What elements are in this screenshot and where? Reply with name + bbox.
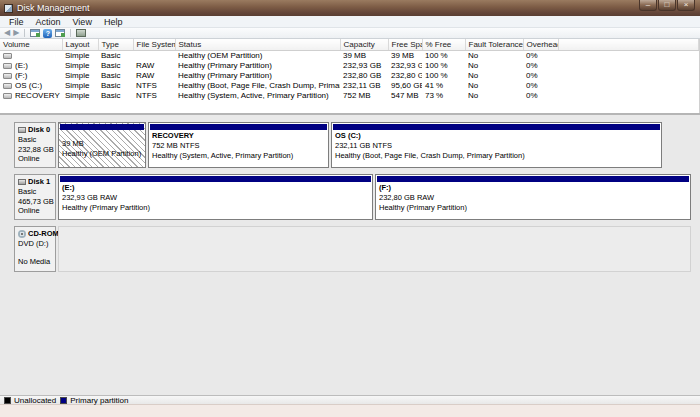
column-header-layout[interactable]: Layout [62, 39, 98, 51]
partition-size: 39 MB [62, 139, 145, 149]
toolbar: ◀ ▶ ? [0, 28, 700, 39]
partition-size: 232,11 GB NTFS [335, 141, 661, 151]
cdrom-media: DVD (D:) [18, 239, 55, 249]
cell-status: Healthy (OEM Partition) [175, 51, 340, 61]
partition-title: OS (C:) [335, 131, 661, 141]
graphical-view: Disk 0 Basic 232,88 GB Online 39 MB Heal… [0, 113, 700, 395]
cell-free-space: 547 MB [388, 91, 422, 101]
cell-file-system: RAW [133, 61, 175, 71]
unallocated-swatch-icon [4, 397, 11, 404]
toolbar-separator [24, 29, 25, 37]
cell-file-system: NTFS [133, 81, 175, 91]
menubar: File Action View Help [0, 16, 700, 28]
partition-title: (F:) [379, 183, 690, 193]
partition-status: Healthy (System, Active, Primary Partiti… [152, 151, 328, 161]
disk-1-header[interactable]: Disk 1 Basic 465,73 GB Online [14, 174, 56, 220]
disk-kind: Basic [18, 187, 55, 197]
computer-icon[interactable] [76, 29, 86, 37]
window-pane-icon[interactable] [55, 29, 65, 37]
table-row-e[interactable]: (E:) Simple Basic RAW Healthy (Primary P… [0, 61, 699, 71]
cell-pct-free: 73 % [422, 91, 465, 101]
column-header-status[interactable]: Status [175, 39, 340, 51]
partition-block-e[interactable]: (E:) 232,93 GB RAW Healthy (Primary Part… [58, 174, 373, 220]
table-row-recovery[interactable]: RECOVERY Simple Basic NTFS Healthy (Syst… [0, 91, 699, 101]
cell-pct-free: 100 % [422, 61, 465, 71]
cell-capacity: 232,80 GB [340, 71, 388, 81]
cell-overhead: 0% [523, 91, 558, 101]
column-header-fault-tolerance[interactable]: Fault Tolerance [465, 39, 523, 51]
desktop: Disk Management – □ × File Action View H… [0, 0, 700, 417]
partition-block-recovery[interactable]: RECOVERY 752 MB NTFS Healthy (System, Ac… [148, 122, 329, 168]
partition-block-os-c[interactable]: OS (C:) 232,11 GB NTFS Healthy (Boot, Pa… [331, 122, 662, 168]
menu-action[interactable]: Action [30, 16, 67, 28]
menu-view[interactable]: View [67, 16, 98, 28]
desktop-strip [0, 404, 700, 417]
partition-status: Healthy (Primary Partition) [379, 203, 690, 213]
cdrom-track[interactable] [58, 226, 691, 272]
volume-list-panel: Volume Layout Type File System Status Ca… [0, 39, 700, 113]
cdrom-icon [18, 230, 26, 238]
primary-partition-swatch-icon [60, 397, 67, 404]
cdrom-0-header[interactable]: CD-ROM 0 DVD (D:) No Media [14, 226, 56, 272]
cell-layout: Simple [62, 91, 98, 101]
partition-block-oem[interactable]: 39 MB Healthy (OEM Partition) [58, 122, 146, 168]
cell-type: Basic [98, 81, 133, 91]
restore-button[interactable]: □ [658, 0, 676, 11]
cell-type: Basic [98, 71, 133, 81]
partition-status: Healthy (Primary Partition) [62, 203, 372, 213]
column-header-overhead[interactable]: Overhead [523, 39, 558, 51]
forward-arrow-icon[interactable]: ▶ [13, 28, 19, 38]
disk-kind: Basic [18, 135, 55, 145]
partition-size: 752 MB NTFS [152, 141, 328, 151]
disk-0-header[interactable]: Disk 0 Basic 232,88 GB Online [14, 122, 56, 168]
cell-volume: (F:) [15, 71, 27, 80]
disk-state: Online [18, 206, 55, 216]
disk-name: Disk 1 [28, 177, 50, 187]
disk-1-partitions: (E:) 232,93 GB RAW Healthy (Primary Part… [56, 174, 691, 220]
cell-volume: (E:) [15, 61, 28, 70]
cell-capacity: 232,11 GB [340, 81, 388, 91]
drive-icon [3, 83, 12, 89]
cell-free-space: 232,80 GB [388, 71, 422, 81]
volume-table-header: Volume Layout Type File System Status Ca… [0, 39, 699, 51]
disk-state: Online [18, 154, 55, 164]
partition-size: 232,80 GB RAW [379, 193, 690, 203]
cdrom-0-row: CD-ROM 0 DVD (D:) No Media [14, 226, 700, 272]
disk-0-partitions: 39 MB Healthy (OEM Partition) RECOVERY 7… [56, 122, 662, 168]
close-button[interactable]: × [677, 0, 695, 11]
console-tree-icon[interactable] [30, 29, 40, 37]
cell-fault-tolerance: No [465, 91, 523, 101]
cell-overhead: 0% [523, 51, 558, 61]
table-row-f[interactable]: (F:) Simple Basic RAW Healthy (Primary P… [0, 71, 699, 81]
table-row-oem[interactable]: Simple Basic Healthy (OEM Partition) 39 … [0, 51, 699, 61]
partition-title: RECOVERY [152, 131, 328, 141]
cell-layout: Simple [62, 61, 98, 71]
column-header-volume[interactable]: Volume [0, 39, 62, 51]
cell-capacity: 232,93 GB [340, 61, 388, 71]
column-header-capacity[interactable]: Capacity [340, 39, 388, 51]
cell-pct-free: 100 % [422, 71, 465, 81]
cell-overhead: 0% [523, 61, 558, 71]
disk-name: Disk 0 [28, 125, 50, 135]
partition-block-f[interactable]: (F:) 232,80 GB RAW Healthy (Primary Part… [375, 174, 691, 220]
menu-file[interactable]: File [3, 16, 30, 28]
cell-status: Healthy (Boot, Page File, Crash Dump, Pr… [175, 81, 340, 91]
cell-fault-tolerance: No [465, 81, 523, 91]
column-header-file-system[interactable]: File System [133, 39, 175, 51]
titlebar: Disk Management – □ × [0, 0, 700, 16]
cell-free-space: 95,60 GB [388, 81, 422, 91]
cell-type: Basic [98, 51, 133, 61]
cell-file-system: NTFS [133, 91, 175, 101]
table-row-os-c[interactable]: OS (C:) Simple Basic NTFS Healthy (Boot,… [0, 81, 699, 91]
partition-status: Healthy (OEM Partition) [62, 149, 145, 159]
column-header-type[interactable]: Type [98, 39, 133, 51]
help-icon[interactable]: ? [43, 29, 52, 38]
partition-status: Healthy (Boot, Page File, Crash Dump, Pr… [335, 151, 661, 161]
column-header-pct-free[interactable]: % Free [422, 39, 465, 51]
cell-free-space: 39 MB [388, 51, 422, 61]
column-header-free-space[interactable]: Free Spa... [388, 39, 422, 51]
back-arrow-icon[interactable]: ◀ [4, 28, 10, 38]
minimize-button[interactable]: – [639, 0, 657, 11]
volume-table: Volume Layout Type File System Status Ca… [0, 39, 699, 101]
menu-help[interactable]: Help [98, 16, 129, 28]
